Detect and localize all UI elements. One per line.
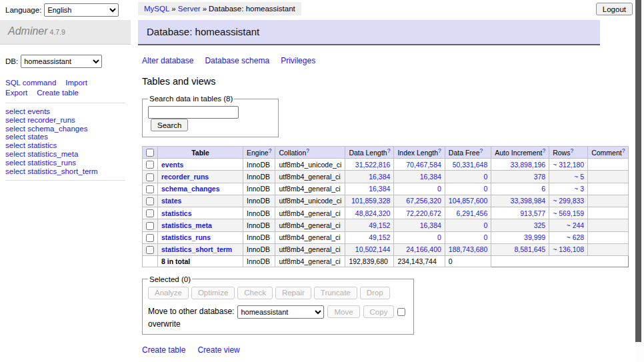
- language-select[interactable]: English: [44, 3, 119, 17]
- search-button[interactable]: Search: [151, 119, 188, 131]
- auto-increment-link[interactable]: 8,581,645: [495, 245, 545, 253]
- scrollbar-thumb[interactable]: [635, 0, 641, 342]
- data-free-link[interactable]: 0: [449, 233, 487, 241]
- data-free-link[interactable]: 188,743,680: [449, 245, 487, 253]
- auto-increment-link[interactable]: 6: [495, 185, 545, 193]
- sidebar-sql-command-link[interactable]: SQL command: [5, 78, 56, 88]
- table-link[interactable]: states: [161, 197, 181, 205]
- privileges-link[interactable]: Privileges: [281, 56, 315, 65]
- rows-link[interactable]: ~ 299,833: [553, 197, 584, 205]
- drop-button[interactable]: Drop: [360, 287, 390, 299]
- overwrite-checkbox[interactable]: [397, 308, 405, 316]
- db-select[interactable]: homeassistant: [21, 55, 102, 68]
- copy-button[interactable]: Copy: [363, 305, 395, 318]
- data-length-link[interactable]: 31,522,816: [349, 161, 390, 169]
- rows-link[interactable]: ~ 5: [553, 173, 584, 181]
- help-link[interactable]: ?: [622, 147, 625, 153]
- create-table-link[interactable]: Create table: [142, 345, 185, 355]
- help-link[interactable]: ?: [306, 147, 309, 153]
- row-checkbox[interactable]: [146, 222, 154, 230]
- row-checkbox[interactable]: [146, 185, 154, 193]
- sidebar-item-select-statistics[interactable]: select statistics: [5, 141, 131, 150]
- database-schema-link[interactable]: Database schema: [205, 56, 269, 65]
- sidebar-import-link[interactable]: Import: [65, 78, 87, 88]
- table-link[interactable]: events: [161, 161, 183, 169]
- auto-increment-link[interactable]: 913,577: [495, 209, 545, 217]
- select-all-checkbox[interactable]: [146, 149, 154, 157]
- help-link[interactable]: ?: [570, 147, 573, 153]
- table-link[interactable]: statistics_meta: [161, 221, 212, 229]
- auto-increment-link[interactable]: 325: [495, 221, 545, 229]
- create-view-link[interactable]: Create view: [197, 345, 239, 355]
- sidebar-item-select-events[interactable]: select events: [5, 107, 131, 116]
- breadcrumb-mysql-link[interactable]: MySQL: [144, 5, 169, 13]
- search-input[interactable]: [148, 106, 239, 119]
- index-length-link[interactable]: 16,384: [397, 173, 441, 181]
- auto-increment-link[interactable]: 378: [495, 173, 545, 181]
- auto-increment-link[interactable]: 39,999: [495, 233, 545, 241]
- index-length-link[interactable]: 16,384: [397, 221, 441, 229]
- auto-increment-link[interactable]: 33,898,196: [495, 161, 545, 169]
- alter-database-link[interactable]: Alter database: [142, 56, 193, 65]
- data-length-link[interactable]: 48,824,320: [349, 209, 390, 217]
- rows-link[interactable]: ~ 312,180: [553, 161, 584, 169]
- index-length-link[interactable]: 67,256,320: [397, 197, 441, 205]
- data-free-link[interactable]: 6,291,456: [449, 209, 487, 217]
- sidebar-item-select-states[interactable]: select states: [5, 133, 131, 141]
- index-length-link[interactable]: 72,220,672: [397, 209, 441, 217]
- table-link[interactable]: recorder_runs: [161, 173, 209, 181]
- sidebar-item-select-statistics-meta[interactable]: select statistics_meta: [5, 150, 131, 159]
- rows-link[interactable]: ~ 244: [553, 221, 584, 229]
- rows-link[interactable]: ~ 3: [553, 185, 584, 193]
- row-checkbox[interactable]: [146, 173, 154, 181]
- truncate-button[interactable]: Truncate: [314, 287, 357, 299]
- data-length-link[interactable]: 49,152: [349, 233, 390, 241]
- index-length-link[interactable]: 70,467,584: [397, 161, 441, 169]
- sidebar-item-select-schema-changes[interactable]: select schema_changes: [5, 125, 131, 133]
- help-link[interactable]: ?: [542, 147, 545, 153]
- move-database-select[interactable]: homeassistant: [237, 305, 324, 319]
- help-link[interactable]: ?: [387, 147, 391, 153]
- sidebar-item-select-statistics-runs[interactable]: select statistics_runs: [5, 159, 131, 167]
- repair-button[interactable]: Repair: [275, 287, 311, 299]
- auto-increment-link[interactable]: 33,398,984: [495, 197, 545, 205]
- data-free-link[interactable]: 0: [449, 173, 487, 181]
- sidebar-export-link[interactable]: Export: [5, 88, 27, 98]
- table-link[interactable]: statistics: [161, 209, 192, 217]
- check-button[interactable]: Check: [237, 287, 273, 299]
- data-free-link[interactable]: 50,331,648: [449, 161, 487, 169]
- data-free-link[interactable]: 0: [449, 221, 487, 229]
- sidebar-item-select-statistics-short-term[interactable]: select statistics_short_term: [5, 167, 131, 176]
- sidebar-create-table-link[interactable]: Create table: [37, 88, 79, 98]
- sidebar-item-select-recorder-runs[interactable]: select recorder_runs: [5, 116, 131, 125]
- row-checkbox[interactable]: [146, 234, 154, 242]
- help-link[interactable]: ?: [438, 147, 441, 153]
- row-checkbox[interactable]: [146, 246, 154, 254]
- table-link[interactable]: schema_changes: [161, 185, 220, 193]
- data-length-link[interactable]: 10,502,144: [349, 245, 390, 253]
- move-button[interactable]: Move: [327, 305, 359, 318]
- index-length-link[interactable]: 0: [397, 233, 441, 241]
- data-length-link[interactable]: 16,384: [349, 185, 390, 193]
- scrollbar-track[interactable]: [635, 0, 644, 362]
- help-link[interactable]: ?: [269, 147, 272, 153]
- index-length-link[interactable]: 24,166,400: [397, 245, 441, 253]
- table-link[interactable]: statistics_short_term: [161, 245, 232, 253]
- data-length-link[interactable]: 16,384: [349, 173, 390, 181]
- data-free-link[interactable]: 104,857,600: [449, 197, 487, 205]
- data-free-link[interactable]: 0: [449, 185, 487, 193]
- index-length-link[interactable]: 0: [397, 185, 441, 193]
- logout-button[interactable]: Logout: [596, 3, 633, 15]
- rows-link[interactable]: ~ 628: [553, 233, 584, 241]
- rows-link[interactable]: ~ 136,108: [553, 245, 584, 253]
- analyze-button[interactable]: Analyze: [148, 287, 189, 299]
- optimize-button[interactable]: Optimize: [191, 287, 235, 299]
- data-length-link[interactable]: 49,152: [349, 221, 390, 229]
- data-length-link[interactable]: 101,859,328: [349, 197, 390, 205]
- rows-link[interactable]: ~ 569,159: [553, 209, 584, 217]
- row-checkbox[interactable]: [146, 197, 154, 205]
- breadcrumb-server-link[interactable]: Server: [178, 5, 201, 13]
- row-checkbox[interactable]: [146, 209, 154, 217]
- help-link[interactable]: ?: [480, 147, 483, 153]
- table-link[interactable]: statistics_runs: [161, 233, 211, 241]
